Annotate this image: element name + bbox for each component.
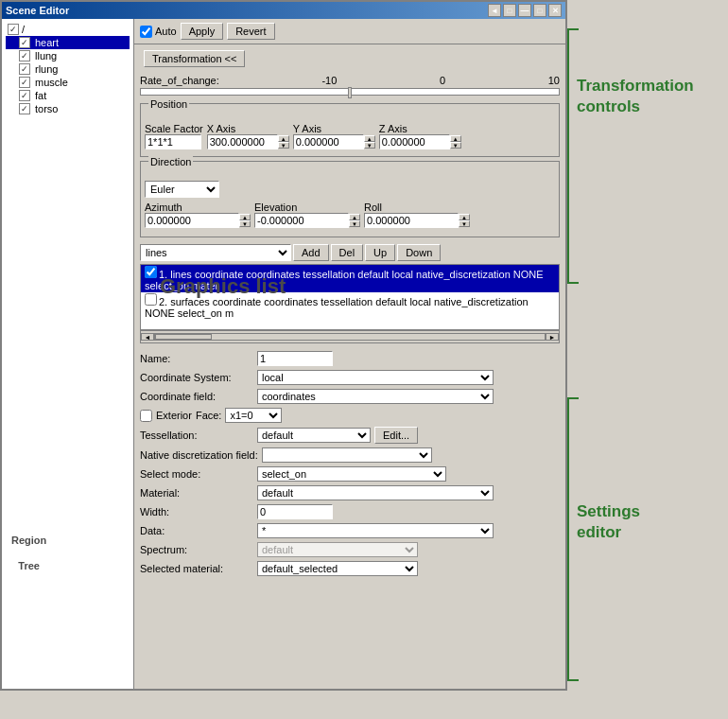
scroll-thumb[interactable] <box>155 334 212 340</box>
scrollbar-horizontal[interactable]: ◄ ► <box>140 330 560 343</box>
x-axis-input[interactable] <box>207 134 278 149</box>
tree-item-rlung[interactable]: ✓rlung <box>6 62 130 76</box>
scale-factor-input[interactable] <box>145 134 201 149</box>
graphics-list-annotation: Graphics list <box>160 274 286 299</box>
restore-btn[interactable]: □ <box>503 4 516 17</box>
graphics-up-button[interactable]: Up <box>365 244 395 261</box>
direction-mode-row: Euler Quaternion Axis/Angle <box>145 181 555 198</box>
scene-editor-window: Scene Editor ◄ □ — □ ✕ ✓ / ✓heart✓llung✓… <box>0 0 567 691</box>
direction-title: Direction <box>148 156 193 167</box>
minimize-btn[interactable]: ◄ <box>488 4 501 17</box>
slider-section: Rate_of_change: -10 0 10 <box>134 73 565 99</box>
x-axis-wrap: X Axis ▲ ▼ <box>207 123 289 149</box>
checkbox-torso[interactable]: ✓ <box>19 103 30 114</box>
graphics-del-button[interactable]: Del <box>331 244 364 261</box>
z-axis-down[interactable]: ▼ <box>450 142 461 149</box>
slider-label-row: Rate_of_change: -10 0 10 <box>140 75 560 86</box>
roll-down[interactable]: ▼ <box>459 220 470 227</box>
selected-material-row: Selected material: default_selected <box>140 561 560 576</box>
coord-field-select[interactable]: coordinates <box>257 389 494 404</box>
z-axis-up[interactable]: ▲ <box>450 135 461 142</box>
slider-track[interactable] <box>140 88 560 96</box>
slider-thumb[interactable] <box>348 87 352 98</box>
select-mode-label: Select mode: <box>140 468 253 480</box>
close-x-btn[interactable]: ✕ <box>548 4 562 17</box>
checkbox-heart[interactable]: ✓ <box>19 37 30 48</box>
tree-item-heart[interactable]: ✓heart <box>6 36 130 49</box>
graphics-type-select[interactable]: lines surfaces volumes streamlines point… <box>140 244 291 261</box>
spectrum-label: Spectrum: <box>140 544 253 555</box>
y-axis-spin: ▲ ▼ <box>293 134 375 149</box>
width-input[interactable] <box>257 504 333 519</box>
face-select[interactable]: x1=0 x1=1 x2=0 x2=1 x3=0 x3=1 <box>225 408 282 423</box>
coord-system-row: Coordinate System: local world <box>140 370 560 385</box>
edit-button[interactable]: Edit... <box>374 427 418 444</box>
scroll-left-btn[interactable]: ◄ <box>141 333 154 341</box>
auto-check-wrap: Auto <box>140 26 177 38</box>
y-axis-down[interactable]: ▼ <box>364 142 375 149</box>
elevation-spin: ▲ ▼ <box>254 213 360 228</box>
x-axis-up[interactable]: ▲ <box>278 135 289 142</box>
tree-item-muscle[interactable]: ✓muscle <box>6 76 130 89</box>
transform-btn-wrap: Transformation << <box>134 44 565 73</box>
checkbox-rlung[interactable]: ✓ <box>19 63 30 75</box>
x-axis-down[interactable]: ▼ <box>278 142 289 149</box>
material-label: Material: <box>140 487 253 499</box>
direction-mode-select[interactable]: Euler Quaternion Axis/Angle <box>145 181 219 198</box>
transformation-button[interactable]: Transformation << <box>144 50 245 67</box>
scroll-right-btn[interactable]: ► <box>546 333 559 341</box>
revert-button[interactable]: Revert <box>227 23 274 40</box>
material-select[interactable]: default <box>257 485 494 500</box>
select-mode-select[interactable]: select_on select_off draw <box>257 466 446 482</box>
elevation-up[interactable]: ▲ <box>349 214 360 220</box>
spectrum-select[interactable]: default <box>257 542 418 557</box>
maximize-btn[interactable]: □ <box>533 4 546 17</box>
tree-root[interactable]: ✓ / <box>6 23 130 36</box>
y-axis-wrap: Y Axis ▲ ▼ <box>293 123 375 149</box>
elevation-down[interactable]: ▼ <box>349 220 360 227</box>
roll-input[interactable] <box>364 213 459 228</box>
scroll-track[interactable] <box>154 333 546 341</box>
z-axis-wrap: Z Axis ▲ ▼ <box>379 123 461 149</box>
tree-item-torso[interactable]: ✓torso <box>6 102 130 115</box>
close-btn[interactable]: — <box>518 4 531 17</box>
roll-up[interactable]: ▲ <box>459 214 470 220</box>
apply-button[interactable]: Apply <box>181 23 224 40</box>
azimuth-down[interactable]: ▼ <box>239 220 251 227</box>
checkbox-muscle[interactable]: ✓ <box>19 77 30 88</box>
coord-system-select[interactable]: local world <box>257 370 494 385</box>
auto-checkbox[interactable] <box>140 26 152 38</box>
y-axis-up[interactable]: ▲ <box>364 135 375 142</box>
y-axis-label: Y Axis <box>293 123 375 134</box>
z-axis-spin: ▲ ▼ <box>379 134 461 149</box>
elevation-label: Elevation <box>254 202 360 213</box>
title-bar-buttons: ◄ □ — □ ✕ <box>488 4 562 17</box>
native-disc-row: Native discretization field: <box>140 447 560 463</box>
azimuth-wrap: Azimuth ▲ ▼ <box>145 202 251 228</box>
graphics-down-button[interactable]: Down <box>397 244 441 261</box>
z-axis-input[interactable] <box>379 134 450 149</box>
label-muscle: muscle <box>35 77 68 88</box>
name-input[interactable] <box>257 351 333 366</box>
roll-spin: ▲ ▼ <box>364 213 470 228</box>
tessellation-select[interactable]: default <box>257 428 371 443</box>
exterior-row: Exterior Face: x1=0 x1=1 x2=0 x2=1 x3=0 … <box>140 408 560 423</box>
graphics-add-button[interactable]: Add <box>293 244 329 261</box>
tree-item-llung[interactable]: ✓llung <box>6 49 130 62</box>
tessellation-row: Tessellation: default Edit... <box>140 427 560 444</box>
azimuth-input[interactable] <box>145 213 239 228</box>
tree-item-fat[interactable]: ✓fat <box>6 89 130 102</box>
graphics-list[interactable]: Graphics list 1. lines coordinate coordi… <box>140 264 560 330</box>
native-disc-select[interactable] <box>262 447 432 463</box>
checkbox-fat[interactable]: ✓ <box>19 90 30 101</box>
exterior-label: Exterior <box>156 410 192 421</box>
root-checkbox[interactable]: ✓ <box>8 24 19 35</box>
selected-material-select[interactable]: default_selected <box>257 561 418 576</box>
y-axis-input[interactable] <box>293 134 364 149</box>
azimuth-up[interactable]: ▲ <box>239 214 251 220</box>
data-select[interactable]: * <box>257 523 494 538</box>
checkbox-llung[interactable]: ✓ <box>19 50 30 61</box>
label-torso: torso <box>35 103 58 114</box>
elevation-input[interactable] <box>254 213 349 228</box>
exterior-checkbox[interactable] <box>140 410 152 422</box>
